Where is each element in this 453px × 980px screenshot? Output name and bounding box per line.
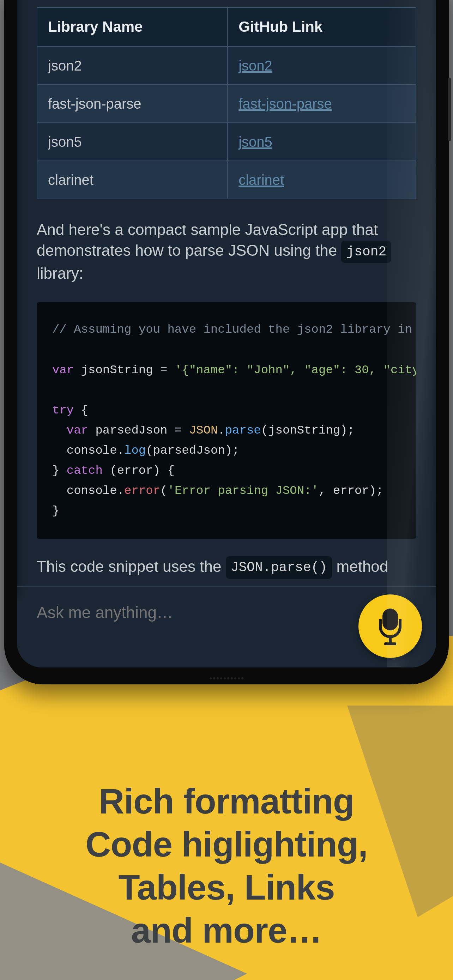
code-punct: }: [52, 464, 67, 477]
code-keyword: var: [52, 363, 74, 377]
paragraph-text: And here's a compact sample JavaScript a…: [37, 221, 378, 259]
paragraph-text: method: [332, 558, 388, 575]
library-name-cell: json2: [37, 46, 227, 85]
libraries-table: Library Name GitHub Link json2 json2 fas…: [37, 7, 416, 199]
paragraph-intro-code: And here's a compact sample JavaScript a…: [37, 219, 416, 284]
code-text: console.: [52, 484, 124, 497]
code-punct: (: [160, 484, 167, 497]
headline-line: and more…: [0, 909, 453, 952]
paragraph-after-code: This code snippet uses the JSON.parse() …: [37, 556, 416, 579]
github-link-fast-json-parse[interactable]: fast-json-parse: [238, 96, 332, 111]
code-text: console.: [52, 444, 124, 457]
table-row: fast-json-parse fast-json-parse: [37, 85, 416, 123]
code-string: 'Error parsing JSON:': [167, 484, 318, 497]
code-indent: [52, 424, 67, 437]
paragraph-text: library:: [37, 264, 83, 282]
table-row: clarinet clarinet: [37, 161, 416, 199]
inline-code-json-parse: JSON.parse(): [226, 556, 332, 579]
table-row: json5 json5: [37, 123, 416, 161]
marketing-headline: Rich formatting Code higlighting, Tables…: [0, 780, 453, 952]
table-header-library-name: Library Name: [37, 7, 227, 46]
phone-device-frame: Library Name GitHub Link json2 json2 fas…: [4, 0, 449, 684]
code-string: '{"name": "John", "age": 30, "city":: [175, 363, 416, 377]
code-punct: .: [218, 424, 225, 437]
code-method: log: [124, 444, 146, 457]
microphone-icon: [377, 609, 403, 644]
code-text: (error) {: [103, 464, 175, 477]
code-text: , error);: [319, 484, 383, 497]
phone-screen: Library Name GitHub Link json2 json2 fas…: [17, 0, 436, 667]
phone-speaker: [181, 677, 272, 681]
inline-code-json2: json2: [341, 240, 391, 263]
chat-input-bar: [17, 586, 436, 667]
code-comment: // Assuming you have included the json2 …: [52, 323, 416, 336]
code-punct: }: [52, 504, 59, 517]
headline-line: Rich formatting: [0, 780, 453, 822]
code-text: jsonString: [74, 363, 160, 377]
code-keyword: var: [67, 424, 88, 437]
library-name-cell: clarinet: [37, 161, 227, 199]
chat-content-area[interactable]: Library Name GitHub Link json2 json2 fas…: [17, 0, 436, 667]
code-method: error: [124, 484, 160, 497]
phone-side-button: [448, 78, 451, 141]
code-keyword: catch: [67, 464, 103, 477]
microphone-button[interactable]: [358, 594, 422, 658]
github-link-json5[interactable]: json5: [238, 134, 272, 150]
github-link-clarinet[interactable]: clarinet: [238, 172, 284, 188]
code-keyword: try: [52, 404, 74, 417]
table-header-github-link: GitHub Link: [227, 7, 416, 46]
code-class: JSON: [189, 424, 218, 437]
code-method: parse: [225, 424, 261, 437]
github-link-json2[interactable]: json2: [238, 58, 272, 73]
library-name-cell: json5: [37, 123, 227, 161]
paragraph-text: This code snippet uses the: [37, 558, 226, 575]
table-row: json2 json2: [37, 46, 416, 85]
headline-line: Tables, Links: [0, 866, 453, 909]
headline-line: Code higlighting,: [0, 822, 453, 866]
code-punct: =: [175, 424, 189, 437]
code-punct: {: [74, 404, 88, 417]
code-text: parsedJson: [88, 424, 175, 437]
code-text: (parsedJson);: [146, 444, 239, 457]
code-punct: =: [160, 363, 175, 377]
code-block[interactable]: // Assuming you have included the json2 …: [37, 302, 416, 539]
code-text: (jsonString);: [261, 424, 354, 437]
library-name-cell: fast-json-parse: [37, 85, 227, 123]
